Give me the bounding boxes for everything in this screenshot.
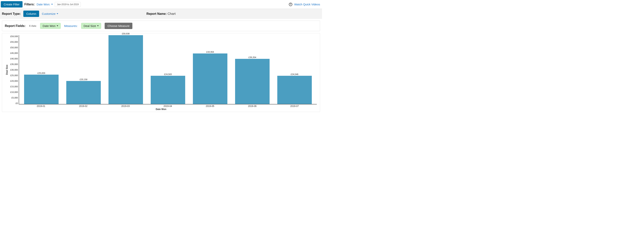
y-tick: £25,000 [10, 74, 18, 77]
xaxis-dropdown[interactable]: Date Won [40, 23, 60, 29]
bar-value-label: £24,583 [164, 73, 172, 75]
y-tick: £0 [16, 102, 18, 105]
chart-bar[interactable] [66, 81, 101, 104]
x-tick: 2019-07 [274, 105, 316, 108]
report-name-value: Chart [168, 12, 176, 15]
measure-dropdown[interactable]: Deal Size [81, 23, 101, 29]
chart-bar-slot: £25,659 [20, 35, 62, 104]
y-tick: £45,000 [10, 52, 18, 54]
x-axis-ticks: 2019-012019-022019-032019-042019-052019-… [19, 105, 317, 108]
watch-videos-link[interactable]: Watch Quick Videos [294, 3, 320, 6]
y-tick: £40,000 [10, 57, 18, 60]
filter-field-text: Date Won: [36, 3, 50, 6]
bar-value-label: £59,938 [122, 32, 130, 35]
measures-label: Measures: [64, 24, 78, 27]
x-tick: 2019-01 [20, 105, 62, 108]
report-fields-bar: Report Fields: X Axis: Date Won Measures… [2, 20, 320, 31]
bar-value-label: £39,354 [248, 56, 256, 58]
x-tick: 2019-04 [147, 105, 189, 108]
caret-down-icon [57, 13, 58, 14]
customize-text: Customize [42, 12, 56, 15]
x-axis-label: Date Won [5, 108, 317, 111]
chart-bar-slot: £24,546 [274, 35, 316, 104]
bar-value-label: £24,546 [291, 73, 298, 75]
xaxis-value: Date Won [42, 24, 55, 27]
y-axis-label: Deal Size [5, 35, 9, 105]
report-name: Report Name: Chart [146, 12, 176, 16]
filters-label: Filters: [24, 3, 35, 6]
y-tick: £20,000 [10, 80, 18, 82]
chart-bar-slot: £20,158 [62, 35, 105, 104]
x-tick: 2019-05 [189, 105, 231, 108]
chart-plot: £25,659£20,158£59,938£24,583£43,964£39,3… [19, 35, 317, 105]
report-fields-label: Report Fields: [5, 24, 26, 28]
customize-dropdown[interactable]: Customize [42, 12, 58, 15]
chart-bar-slot: £39,354 [231, 35, 274, 104]
x-tick: 2019-03 [104, 105, 147, 108]
chart-area: Deal Size £59,938£55,000£50,000£45,000£4… [5, 35, 317, 105]
filter-field-dropdown[interactable]: Date Won: [36, 3, 53, 6]
caret-down-icon [97, 25, 99, 26]
y-tick: £50,000 [10, 46, 18, 49]
filter-range-pill[interactable]: Jan-2019 to Jul-2019 [55, 2, 81, 7]
report-type-label: Report Type: [2, 12, 20, 15]
caret-down-icon [51, 4, 53, 5]
caret-down-icon [57, 25, 58, 26]
filter-bar: Create Filter Filters: Date Won: Jan-201… [0, 0, 322, 9]
report-type-button[interactable]: Column [23, 10, 39, 17]
chart-panel: Deal Size £59,938£55,000£50,000£45,000£4… [2, 33, 320, 112]
chart-bar-slot: £43,964 [189, 35, 231, 104]
y-tick: £55,000 [10, 41, 18, 43]
chart-bar[interactable] [277, 76, 312, 104]
y-tick: £5,000 [11, 97, 18, 99]
y-tick: £35,000 [10, 63, 18, 65]
create-filter-button[interactable]: Create Filter [1, 1, 22, 7]
chart-bar-slot: £24,583 [147, 35, 189, 104]
report-type-bar: Report Type: Column Customize Report Nam… [0, 9, 322, 19]
chart-bar-slot: £59,938 [105, 35, 147, 104]
y-tick: £10,000 [10, 91, 18, 93]
x-tick: 2019-06 [231, 105, 273, 108]
y-tick: £15,000 [10, 85, 18, 88]
bar-value-label: £20,158 [80, 78, 88, 81]
fields-wrap: Report Fields: X Axis: Date Won Measures… [0, 19, 322, 33]
chart-bar[interactable] [193, 53, 228, 104]
chart-bar[interactable] [24, 75, 59, 104]
x-tick: 2019-02 [62, 105, 104, 108]
report-name-label: Report Name: [146, 12, 167, 15]
bar-value-label: £43,964 [206, 51, 214, 53]
y-axis-ticks: £59,938£55,000£50,000£45,000£40,000£35,0… [9, 35, 19, 105]
chart-bar[interactable] [235, 59, 270, 104]
chart-bar[interactable] [108, 35, 143, 104]
measure-value: Deal Size [84, 24, 96, 27]
help-icon[interactable]: ? [289, 3, 292, 6]
xaxis-label: X Axis: [29, 24, 37, 27]
chart-bar[interactable] [151, 76, 186, 104]
bar-value-label: £25,659 [38, 72, 45, 74]
y-tick: £59,938 [10, 35, 18, 37]
choose-measure-button[interactable]: Choose Measure [105, 23, 132, 29]
y-tick: £30,000 [10, 69, 18, 71]
